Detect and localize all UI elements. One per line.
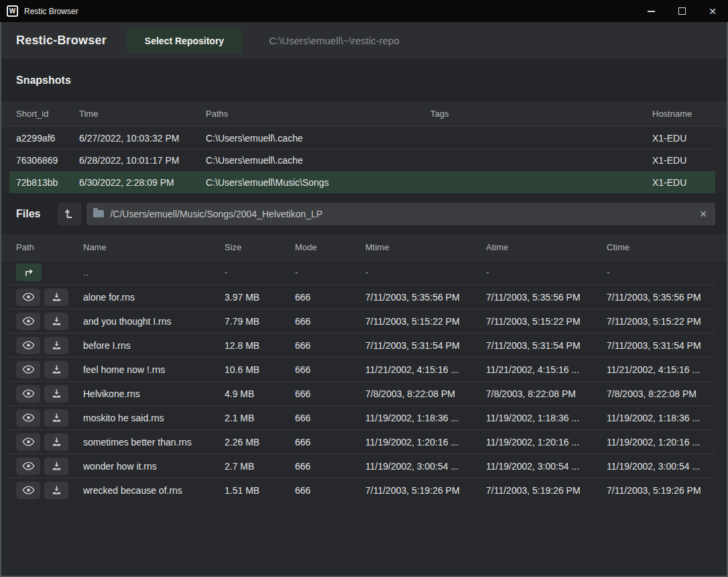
window-title: Restic Browser <box>24 7 78 16</box>
file-atime: 7/11/2003, 5:19:26 PM <box>479 485 600 496</box>
file-name: and you thought I.rns <box>76 316 218 327</box>
download-file-button[interactable] <box>44 288 68 306</box>
eye-icon <box>22 486 35 494</box>
column-header-short-id: Short_id <box>9 109 72 119</box>
page-title: Restic-Browser <box>16 34 107 48</box>
file-atime: 7/11/2003, 5:15:22 PM <box>479 316 600 327</box>
download-file-button[interactable] <box>44 385 68 403</box>
file-ctime: 11/19/2002, 3:00:54 ... <box>600 461 715 472</box>
column-header-hostname: Hostname <box>646 109 715 119</box>
file-name: sometimes better than.rns <box>76 437 218 448</box>
preview-file-button[interactable] <box>16 337 40 354</box>
empty-area <box>1 502 727 576</box>
file-ctime: 7/11/2003, 5:19:26 PM <box>600 485 715 496</box>
eye-icon <box>22 389 35 398</box>
file-mtime: 7/11/2003, 5:15:22 PM <box>359 316 479 327</box>
column-header-size: Size <box>218 242 288 252</box>
file-size: 1.51 MB <box>218 485 288 496</box>
download-icon <box>52 316 62 326</box>
eye-icon <box>22 437 35 446</box>
file-path-input[interactable] <box>110 209 698 219</box>
file-mtime: 11/19/2002, 1:20:16 ... <box>359 437 479 448</box>
column-header-ctime: Ctime <box>600 242 715 252</box>
minimize-button[interactable] <box>635 0 666 22</box>
enter-parent-dir-button[interactable] <box>16 264 42 281</box>
download-file-button[interactable] <box>44 313 68 330</box>
file-row: alone for.rns 3.97 MB 666 7/11/2003, 5:3… <box>9 284 715 309</box>
titlebar: W Restic Browser ✕ <box>0 0 728 22</box>
file-ctime: 11/19/2002, 1:18:36 ... <box>600 413 715 423</box>
snapshot-time: 6/28/2022, 10:01:17 PM <box>72 155 199 166</box>
file-name: wrecked because of.rns <box>76 485 218 496</box>
preview-file-button[interactable] <box>16 361 40 378</box>
download-icon <box>52 340 62 350</box>
file-size: 2.7 MB <box>218 461 288 472</box>
file-ctime: - <box>600 267 715 278</box>
eye-icon <box>22 413 35 422</box>
download-file-button[interactable] <box>44 482 68 499</box>
column-header-time: Time <box>72 109 199 119</box>
snapshot-time: 6/27/2022, 10:03:32 PM <box>72 133 199 144</box>
file-ctime: 7/8/2003, 8:22:08 PM <box>600 388 715 399</box>
snapshot-short-id: a2299af6 <box>9 133 72 144</box>
preview-file-button[interactable] <box>16 433 40 451</box>
preview-file-button[interactable] <box>16 288 40 306</box>
select-repository-button[interactable]: Select Repository <box>127 28 242 54</box>
download-icon <box>52 364 62 374</box>
snapshot-short-id: 76306869 <box>9 155 72 166</box>
snapshot-short-id: 72b813bb <box>9 177 72 188</box>
files-section-title: Files <box>16 208 40 220</box>
file-name: alone for.rns <box>76 292 218 303</box>
download-icon <box>52 292 62 302</box>
preview-file-button[interactable] <box>16 313 40 330</box>
eye-icon <box>22 365 35 374</box>
snapshot-paths: C:\Users\emuell\Music\Songs <box>199 177 424 188</box>
eye-icon <box>22 293 35 301</box>
clear-path-button[interactable]: ✕ <box>698 209 709 219</box>
download-file-button[interactable] <box>44 337 68 354</box>
file-row: sometimes better than.rns 2.26 MB 666 11… <box>9 429 715 454</box>
file-name: before I.rns <box>76 340 218 351</box>
file-row: and you thought I.rns 7.79 MB 666 7/11/2… <box>9 309 715 333</box>
file-size: 2.26 MB <box>218 437 288 448</box>
download-file-button[interactable] <box>44 458 68 475</box>
snapshot-row[interactable]: 72b813bb 6/30/2022, 2:28:09 PM C:\Users\… <box>9 171 715 193</box>
file-mode: 666 <box>288 461 359 472</box>
file-atime: 11/19/2002, 3:00:54 ... <box>479 461 600 472</box>
file-name: .. <box>76 267 218 278</box>
file-mtime: 11/19/2002, 1:18:36 ... <box>359 413 479 423</box>
file-mode: 666 <box>288 340 359 351</box>
parent-dir-row: .. - - - - - <box>9 260 715 284</box>
file-atime: 7/8/2003, 8:22:08 PM <box>479 388 600 399</box>
file-row: wrecked because of.rns 1.51 MB 666 7/11/… <box>9 478 715 502</box>
preview-file-button[interactable] <box>16 385 40 403</box>
snapshot-hostname: X1-EDU <box>646 155 715 166</box>
column-header-name: Name <box>76 242 218 252</box>
file-row: before I.rns 12.8 MB 666 7/11/2003, 5:31… <box>9 333 715 357</box>
preview-file-button[interactable] <box>16 482 40 499</box>
level-up-icon <box>64 208 75 219</box>
snapshots-table-header: Short_id Time Paths Tags Hostname <box>1 101 727 127</box>
up-right-arrow-icon <box>23 268 34 278</box>
snapshot-row[interactable]: 76306869 6/28/2022, 10:01:17 PM C:\Users… <box>9 149 715 171</box>
file-mode: 666 <box>288 316 359 327</box>
close-button[interactable]: ✕ <box>697 0 728 22</box>
snapshot-paths: C:\Users\emuell\.cache <box>199 133 424 144</box>
download-file-button[interactable] <box>44 409 68 427</box>
snapshot-time: 6/30/2022, 2:28:09 PM <box>72 177 199 188</box>
file-mode: 666 <box>288 437 359 448</box>
file-atime: 7/11/2003, 5:31:54 PM <box>479 340 600 351</box>
preview-file-button[interactable] <box>16 458 40 475</box>
download-file-button[interactable] <box>44 361 68 378</box>
wails-logo-icon: W <box>7 5 18 17</box>
parent-directory-button[interactable] <box>58 203 81 225</box>
download-file-button[interactable] <box>44 433 68 451</box>
maximize-button[interactable] <box>666 0 697 22</box>
snapshot-row[interactable]: a2299af6 6/27/2022, 10:03:32 PM C:\Users… <box>9 127 715 149</box>
minimize-icon <box>648 11 655 12</box>
download-icon <box>52 485 62 495</box>
file-atime: 11/21/2002, 4:15:16 ... <box>479 364 600 375</box>
file-atime: 7/11/2003, 5:35:56 PM <box>479 292 600 303</box>
preview-file-button[interactable] <box>16 409 40 427</box>
file-size: 12.8 MB <box>218 340 288 351</box>
